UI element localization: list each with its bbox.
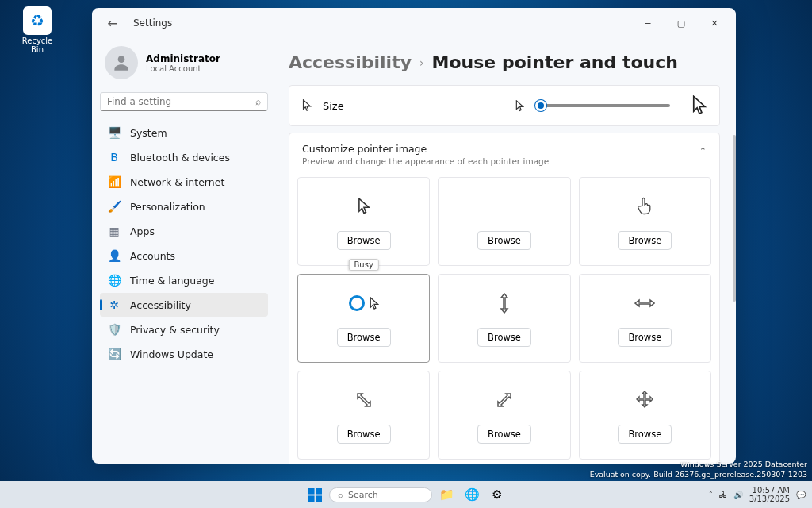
settings-search[interactable]: ⌕ <box>100 92 268 111</box>
nav-item-network-internet[interactable]: 📶Network & internet <box>100 170 268 194</box>
diagonal-resize1-icon <box>355 387 373 414</box>
nav-icon: 🖌️ <box>108 200 121 213</box>
svg-rect-4 <box>316 495 322 502</box>
size-slider[interactable] <box>535 104 670 107</box>
network-icon[interactable]: 🖧 <box>719 491 727 499</box>
browse-button[interactable]: Browse <box>337 425 391 444</box>
busy-cursor-icon <box>349 290 379 317</box>
nav-item-system[interactable]: 🖥️System <box>100 121 268 144</box>
tray-chevron-icon[interactable]: ˄ <box>709 491 713 499</box>
browse-button[interactable]: Browse <box>477 425 531 444</box>
browse-button[interactable]: Browse <box>618 425 672 444</box>
pointer-tile-hresize[interactable]: Browse <box>579 274 711 363</box>
diagonal-resize2-icon <box>496 387 513 414</box>
build-overlay: Windows Server 2025 Datacenter Evaluatio… <box>590 460 807 479</box>
recycle-bin-label: Recycle Bin <box>16 37 59 54</box>
cursor-preview-large-icon <box>692 95 707 116</box>
nav-label: Bluetooth & devices <box>130 152 230 164</box>
avatar-icon <box>105 46 138 79</box>
customize-header[interactable]: Customize pointer image Preview and chan… <box>289 133 719 177</box>
nav-icon: 👤 <box>108 249 121 262</box>
breadcrumb: Accessibility › Mouse pointer and touch <box>289 52 720 72</box>
settings-window: ← Settings ─ ▢ ✕ Administrator Local Acc… <box>92 8 736 464</box>
cursor-small-icon <box>302 99 312 112</box>
user-name: Administrator <box>146 53 220 64</box>
browse-button[interactable]: Browse <box>477 328 531 347</box>
svg-rect-1 <box>308 488 315 495</box>
edge-icon[interactable]: 🌐 <box>461 483 483 506</box>
main-content: Accessibility › Mouse pointer and touch … <box>276 38 736 464</box>
browse-button[interactable]: Browse <box>618 328 672 347</box>
scrollbar[interactable] <box>733 135 736 302</box>
back-button[interactable]: ← <box>103 16 122 31</box>
slider-thumb[interactable] <box>535 100 546 111</box>
nav-label: Time & language <box>130 275 214 287</box>
notifications-icon[interactable]: 💬 <box>796 491 806 499</box>
nav-icon: 🛡️ <box>108 323 121 336</box>
minimize-button[interactable]: ─ <box>631 12 665 34</box>
titlebar: ← Settings ─ ▢ ✕ <box>92 8 736 38</box>
taskbar-search[interactable]: ⌕Search <box>329 487 432 502</box>
pointer-tile-help[interactable]: Browse <box>438 177 570 266</box>
browse-button[interactable]: Browse <box>477 231 531 250</box>
chevron-right-icon: › <box>419 56 424 69</box>
pointer-tile-dresize2[interactable]: Browse <box>438 371 570 460</box>
maximize-button[interactable]: ▢ <box>665 12 698 34</box>
window-title: Settings <box>133 17 172 29</box>
nav-item-apps[interactable]: ▦Apps <box>100 219 268 243</box>
clock[interactable]: 10:57 AM 3/13/2025 <box>749 486 790 503</box>
nav-label: Network & internet <box>130 176 224 188</box>
normal-cursor-icon <box>358 193 370 220</box>
nav-item-accessibility[interactable]: ✲Accessibility <box>100 293 268 317</box>
customize-sub: Preview and change the appearance of eac… <box>302 156 707 166</box>
nav-item-time-language[interactable]: 🌐Time & language <box>100 268 268 292</box>
nav-icon: 📶 <box>108 175 121 188</box>
nav-list: 🖥️SystemBBluetooth & devices📶Network & i… <box>100 121 268 366</box>
pointer-tile-normal[interactable]: Browse <box>297 177 430 266</box>
settings-icon[interactable]: ⚙ <box>486 483 508 506</box>
pointer-tile-vresize[interactable]: Browse <box>438 274 570 363</box>
browse-button[interactable]: Browse <box>337 328 391 347</box>
nav-item-privacy-security[interactable]: 🛡️Privacy & security <box>100 318 268 341</box>
hand-cursor-icon <box>637 193 653 220</box>
nav-item-accounts[interactable]: 👤Accounts <box>100 244 268 267</box>
pointer-tile-link[interactable]: Browse <box>579 177 711 266</box>
search-input[interactable] <box>107 96 255 107</box>
search-icon: ⌕ <box>255 96 261 107</box>
recycle-bin-icon: ♻ <box>23 6 52 35</box>
nav-icon: B <box>108 151 121 164</box>
pointer-tile-dresize1[interactable]: Browse <box>297 371 430 460</box>
nav-icon: 🌐 <box>108 274 121 287</box>
busy-tooltip: Busy <box>348 259 378 271</box>
desktop-recycle-bin[interactable]: ♻ Recycle Bin <box>16 6 59 54</box>
nav-icon: ✲ <box>108 298 121 311</box>
browse-button[interactable]: Browse <box>618 231 672 250</box>
size-row: Size <box>289 85 720 126</box>
user-block[interactable]: Administrator Local Account <box>100 38 268 92</box>
user-sub: Local Account <box>146 64 220 73</box>
chevron-up-icon: ⌃ <box>699 146 707 156</box>
nav-icon: ▦ <box>108 225 121 237</box>
browse-button[interactable]: Browse <box>337 231 391 250</box>
nav-label: Privacy & security <box>130 324 220 336</box>
volume-icon[interactable]: 🔊 <box>733 491 743 499</box>
customize-title: Customize pointer image <box>302 143 707 155</box>
nav-item-windows-update[interactable]: 🔄Windows Update <box>100 342 268 366</box>
cursor-preview-small-icon <box>515 100 524 112</box>
svg-point-0 <box>118 56 125 63</box>
customize-section: Customize pointer image Preview and chan… <box>289 133 720 464</box>
nav-icon: 🔄 <box>108 348 121 360</box>
sidebar: Administrator Local Account ⌕ 🖥️SystemBB… <box>92 38 276 464</box>
nav-item-personalization[interactable]: 🖌️Personalization <box>100 194 268 218</box>
breadcrumb-parent[interactable]: Accessibility <box>289 52 412 72</box>
close-button[interactable]: ✕ <box>698 12 731 34</box>
pointer-tile-busy[interactable]: Busy Browse <box>297 274 430 363</box>
start-button[interactable] <box>304 483 326 506</box>
nav-item-bluetooth-devices[interactable]: BBluetooth & devices <box>100 145 268 169</box>
pointer-tile-move[interactable]: Browse <box>579 371 711 460</box>
explorer-icon[interactable]: 📁 <box>435 483 458 506</box>
horizontal-resize-icon <box>634 290 655 317</box>
vertical-resize-icon <box>499 290 510 317</box>
size-label: Size <box>323 100 344 112</box>
system-tray[interactable]: ˄ 🖧 🔊 10:57 AM 3/13/2025 💬 <box>709 486 806 503</box>
